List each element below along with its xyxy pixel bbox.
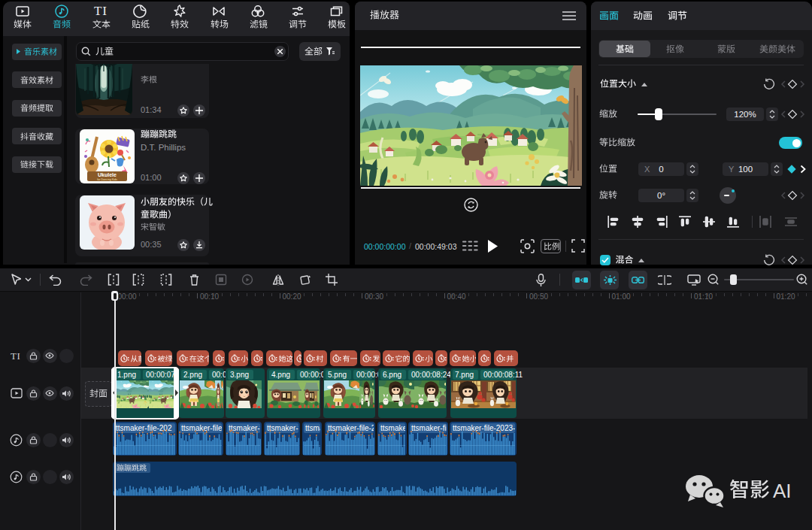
svg-text:Ukulele: Ukulele	[98, 172, 117, 177]
svg-text:for Dancing Kids: for Dancing Kids	[97, 178, 117, 181]
